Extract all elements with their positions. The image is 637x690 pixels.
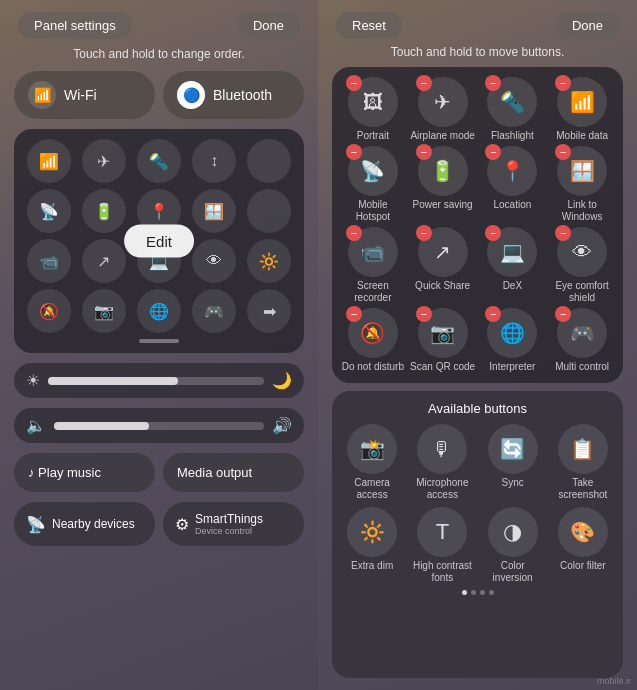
- left-done-button[interactable]: Done: [237, 12, 300, 39]
- smartthings-icon: ⚙: [175, 515, 189, 534]
- available-item-icon: ◑: [488, 507, 538, 557]
- available-title: Available buttons: [340, 401, 615, 416]
- available-item[interactable]: 🔄 Sync: [481, 424, 545, 501]
- brightness-track[interactable]: [48, 377, 264, 385]
- grid-item-label: Link to Windows: [549, 199, 615, 223]
- grid-item[interactable]: − 📹 Screen recorder: [340, 227, 406, 304]
- page-dot[interactable]: [489, 590, 494, 595]
- remove-badge[interactable]: −: [346, 144, 362, 160]
- grid-icon-share[interactable]: ↗: [82, 239, 126, 283]
- available-item-label: Sync: [502, 477, 524, 489]
- grid-item[interactable]: − 📷 Scan QR code: [410, 308, 476, 373]
- panel-settings-button[interactable]: Panel settings: [18, 12, 132, 39]
- remove-badge[interactable]: −: [485, 144, 501, 160]
- grid-icon-empty1: [247, 139, 291, 183]
- available-item[interactable]: ◑ Color inversion: [481, 507, 545, 584]
- grid-item[interactable]: − 🖼 Portrait: [340, 77, 406, 142]
- media-output-button[interactable]: Media output: [163, 453, 304, 492]
- grid-item-icon: − 🔋: [418, 146, 468, 196]
- grid-item[interactable]: − 👁 Eye comfort shield: [549, 227, 615, 304]
- page-dot[interactable]: [480, 590, 485, 595]
- grid-item[interactable]: − 📶 Mobile data: [549, 77, 615, 142]
- grid-icon-mobiledata[interactable]: ↕: [192, 139, 236, 183]
- page-dot[interactable]: [471, 590, 476, 595]
- page-dot[interactable]: [462, 590, 467, 595]
- nearby-devices-button[interactable]: 📡 Nearby devices: [14, 502, 155, 546]
- volume-slider-row[interactable]: 🔈 🔊: [14, 408, 304, 443]
- right-grid-wrap: − 🖼 Portrait − ✈ Airplane mode − 🔦 Flash…: [332, 67, 623, 383]
- remove-badge[interactable]: −: [485, 225, 501, 241]
- grid-item[interactable]: − 🌐 Interpreter: [480, 308, 546, 373]
- grid-icon-eye[interactable]: 👁: [192, 239, 236, 283]
- grid-item-label: Interpreter: [489, 361, 535, 373]
- bluetooth-label: Bluetooth: [213, 87, 272, 103]
- remove-badge[interactable]: −: [416, 144, 432, 160]
- remove-badge[interactable]: −: [485, 75, 501, 91]
- available-item[interactable]: 🎙 Microphone access: [410, 424, 474, 501]
- remove-badge[interactable]: −: [346, 225, 362, 241]
- grid-icon-flashlight[interactable]: 🔦: [137, 139, 181, 183]
- watermark: mobile.ir: [597, 676, 631, 686]
- grid-item[interactable]: − 🎮 Multi control: [549, 308, 615, 373]
- remove-badge[interactable]: −: [555, 75, 571, 91]
- remove-badge[interactable]: −: [555, 225, 571, 241]
- grid-icon-wifi[interactable]: 📶: [27, 139, 71, 183]
- grid-item-label: Airplane mode: [410, 130, 474, 142]
- grid-item-label: DeX: [503, 280, 522, 292]
- remove-badge[interactable]: −: [555, 144, 571, 160]
- reset-button[interactable]: Reset: [336, 12, 402, 39]
- grid-item-icon: − 📹: [348, 227, 398, 277]
- grid-icon-hotspot[interactable]: 📡: [27, 189, 71, 233]
- available-item[interactable]: 📸 Camera access: [340, 424, 404, 501]
- volume-track[interactable]: [54, 422, 264, 430]
- available-item-label: Extra dim: [351, 560, 393, 572]
- smartthings-button[interactable]: ⚙ SmartThings Device control: [163, 502, 304, 546]
- grid-item[interactable]: − 🔦 Flashlight: [480, 77, 546, 142]
- brightness-slider-row[interactable]: ☀ 🌙: [14, 363, 304, 398]
- grid-icon-screen[interactable]: 📹: [27, 239, 71, 283]
- remove-badge[interactable]: −: [416, 306, 432, 322]
- grid-icon-interpret[interactable]: 🌐: [137, 289, 181, 333]
- grid-item-label: Portrait: [357, 130, 389, 142]
- grid-icon-powersave[interactable]: 🔋: [82, 189, 126, 233]
- grid-item[interactable]: − 📍 Location: [480, 146, 546, 223]
- grid-item[interactable]: − 🔋 Power saving: [410, 146, 476, 223]
- remove-badge[interactable]: −: [555, 306, 571, 322]
- available-item-label: Camera access: [340, 477, 404, 501]
- grid-item[interactable]: − 🪟 Link to Windows: [549, 146, 615, 223]
- grid-icon-airplane[interactable]: ✈: [82, 139, 126, 183]
- wifi-button[interactable]: 📶 Wi-Fi: [14, 71, 155, 119]
- available-item[interactable]: T High contrast fonts: [410, 507, 474, 584]
- grid-item[interactable]: − 💻 DeX: [480, 227, 546, 304]
- grid-icon-qr[interactable]: 📷: [82, 289, 126, 333]
- grid-icon-multi[interactable]: 🎮: [192, 289, 236, 333]
- grid-item[interactable]: − ✈ Airplane mode: [410, 77, 476, 142]
- remove-badge[interactable]: −: [346, 75, 362, 91]
- grid-item-icon: − 🌐: [487, 308, 537, 358]
- grid-icon-brightness[interactable]: 🔆: [247, 239, 291, 283]
- available-item[interactable]: 📋 Take screenshot: [551, 424, 615, 501]
- grid-item[interactable]: − 🔕 Do not disturb: [340, 308, 406, 373]
- left-panel: Panel settings Done Touch and hold to ch…: [0, 0, 318, 690]
- smartthings-label: SmartThings Device control: [195, 512, 263, 536]
- grid-item-icon: − 📍: [487, 146, 537, 196]
- left-top-bar: Panel settings Done: [14, 12, 304, 39]
- remove-badge[interactable]: −: [346, 306, 362, 322]
- grid-item[interactable]: − 📡 Mobile Hotspot: [340, 146, 406, 223]
- available-item[interactable]: 🎨 Color filter: [551, 507, 615, 584]
- play-music-button[interactable]: ♪ Play music: [14, 453, 155, 492]
- grid-item-label: Scan QR code: [410, 361, 475, 373]
- bluetooth-button[interactable]: 🔵 Bluetooth: [163, 71, 304, 119]
- right-done-button[interactable]: Done: [556, 12, 619, 39]
- available-item-label: Color filter: [560, 560, 606, 572]
- edit-overlay-button[interactable]: Edit: [124, 225, 194, 258]
- remove-badge[interactable]: −: [485, 306, 501, 322]
- grid-icon-dnd[interactable]: 🔕: [27, 289, 71, 333]
- edit-grid-wrap: 📶 ✈ 🔦 ↕ 📡 🔋 📍 🪟 📹 ↗ 💻 👁 🔆 🔕 📷 🌐 🎮 ➡ Edit: [14, 129, 304, 353]
- remove-badge[interactable]: −: [416, 75, 432, 91]
- grid-icon-arrow[interactable]: ➡: [247, 289, 291, 333]
- grid-item[interactable]: − ↗ Quick Share: [410, 227, 476, 304]
- available-item[interactable]: 🔆 Extra dim: [340, 507, 404, 584]
- remove-badge[interactable]: −: [416, 225, 432, 241]
- grid-icon-link[interactable]: 🪟: [192, 189, 236, 233]
